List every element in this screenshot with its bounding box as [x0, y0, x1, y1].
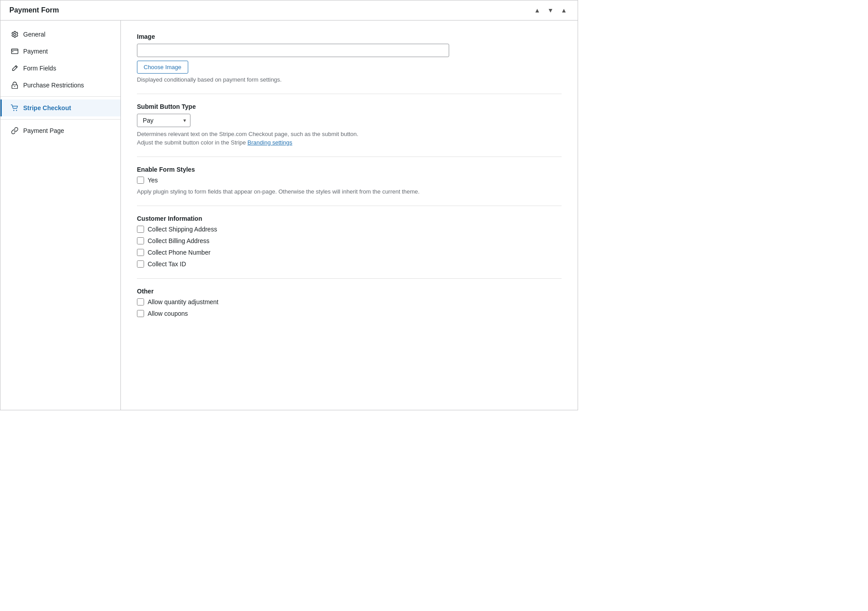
- image-label: Image: [137, 33, 562, 40]
- submit-button-description-1: Determines relevant text on the Stripe.c…: [137, 131, 562, 137]
- collect-phone-label[interactable]: Collect Phone Number: [148, 249, 211, 256]
- sidebar-item-label: Stripe Checkout: [23, 104, 71, 111]
- image-description: Displayed conditionally based on payment…: [137, 76, 562, 83]
- divider-4: [137, 278, 562, 279]
- divider-3: [137, 206, 562, 206]
- image-section: Image Choose Image Displayed conditional…: [137, 33, 562, 83]
- sidebar-item-label: Form Fields: [23, 65, 56, 72]
- arrow-up-button[interactable]: ▲: [532, 6, 542, 15]
- sidebar-item-label: Purchase Restrictions: [23, 82, 84, 89]
- submit-button-type-label: Submit Button Type: [137, 103, 562, 110]
- sidebar-divider: [0, 96, 120, 97]
- sidebar-divider-2: [0, 119, 120, 120]
- collect-billing-row: Collect Billing Address: [137, 237, 562, 244]
- enable-form-styles-section: Enable Form Styles Yes Apply plugin styl…: [137, 166, 562, 195]
- sidebar: General Payment: [0, 21, 121, 410]
- submit-button-type-section: Submit Button Type Pay Book Donate Subsc…: [137, 103, 562, 146]
- collect-tax-row: Collect Tax ID: [137, 260, 562, 268]
- divider-2: [137, 157, 562, 157]
- customer-information-label: Customer Information: [137, 215, 562, 222]
- allow-quantity-checkbox[interactable]: [137, 298, 144, 306]
- choose-image-button[interactable]: Choose Image: [137, 61, 188, 74]
- credit-card-icon: [11, 47, 19, 55]
- svg-point-6: [13, 110, 14, 111]
- submit-button-type-select[interactable]: Pay Book Donate Subscribe: [137, 114, 190, 127]
- arrow-down-button[interactable]: ▼: [546, 6, 555, 15]
- allow-quantity-label[interactable]: Allow quantity adjustment: [148, 298, 219, 306]
- sidebar-item-form-fields[interactable]: Form Fields: [0, 60, 120, 77]
- page-title: Payment Form: [9, 6, 59, 14]
- lock-icon: [11, 81, 19, 89]
- branding-settings-link[interactable]: Branding settings: [248, 139, 292, 146]
- enable-form-styles-checkbox-row: Yes: [137, 177, 562, 184]
- title-bar-actions: ▲ ▼ ▲: [532, 6, 569, 15]
- collect-phone-row: Collect Phone Number: [137, 249, 562, 256]
- sidebar-item-label: Payment Page: [23, 127, 64, 134]
- enable-form-styles-checkbox[interactable]: [137, 177, 144, 184]
- allow-coupons-label[interactable]: Allow coupons: [148, 310, 188, 317]
- customer-information-section: Customer Information Collect Shipping Ad…: [137, 215, 562, 268]
- collect-shipping-label[interactable]: Collect Shipping Address: [148, 226, 217, 233]
- sidebar-item-stripe-checkout[interactable]: Stripe Checkout: [0, 99, 120, 116]
- layout: General Payment: [0, 21, 578, 410]
- allow-coupons-checkbox[interactable]: [137, 310, 144, 317]
- collect-shipping-row: Collect Shipping Address: [137, 226, 562, 233]
- gear-icon: [11, 30, 19, 38]
- divider-1: [137, 94, 562, 94]
- sidebar-item-label: Payment: [23, 48, 48, 55]
- enable-form-styles-label: Enable Form Styles: [137, 166, 562, 173]
- sidebar-item-purchase-restrictions[interactable]: Purchase Restrictions: [0, 77, 120, 94]
- svg-point-5: [14, 86, 15, 87]
- allow-coupons-row: Allow coupons: [137, 310, 562, 317]
- collect-billing-checkbox[interactable]: [137, 237, 144, 244]
- other-section: Other Allow quantity adjustment Allow co…: [137, 288, 562, 317]
- svg-point-7: [16, 110, 17, 111]
- main-content: Image Choose Image Displayed conditional…: [121, 21, 578, 410]
- link-icon: [11, 127, 19, 135]
- title-bar: Payment Form ▲ ▼ ▲: [0, 0, 578, 21]
- collect-shipping-checkbox[interactable]: [137, 226, 144, 233]
- image-input[interactable]: [137, 44, 449, 57]
- submit-button-description-2: Adjust the submit button color in the St…: [137, 139, 562, 146]
- submit-button-description-2-text: Adjust the submit button color in the St…: [137, 139, 248, 146]
- collect-tax-label[interactable]: Collect Tax ID: [148, 260, 186, 268]
- allow-quantity-row: Allow quantity adjustment: [137, 298, 562, 306]
- collect-billing-label[interactable]: Collect Billing Address: [148, 237, 210, 244]
- edit-icon: [11, 64, 19, 72]
- cart-icon: [11, 104, 19, 112]
- collect-tax-checkbox[interactable]: [137, 260, 144, 268]
- other-label: Other: [137, 288, 562, 295]
- sidebar-item-payment[interactable]: Payment: [0, 43, 120, 60]
- sidebar-item-payment-page[interactable]: Payment Page: [0, 122, 120, 139]
- sidebar-item-label: General: [23, 31, 45, 38]
- arrow-up-alt-button[interactable]: ▲: [559, 6, 569, 15]
- collect-phone-checkbox[interactable]: [137, 249, 144, 256]
- enable-form-styles-checkbox-label[interactable]: Yes: [148, 177, 158, 184]
- submit-button-type-select-wrapper: Pay Book Donate Subscribe ▾: [137, 114, 190, 127]
- sidebar-item-general[interactable]: General: [0, 26, 120, 43]
- enable-form-styles-description: Apply plugin styling to form fields that…: [137, 188, 562, 195]
- svg-rect-2: [12, 51, 13, 52]
